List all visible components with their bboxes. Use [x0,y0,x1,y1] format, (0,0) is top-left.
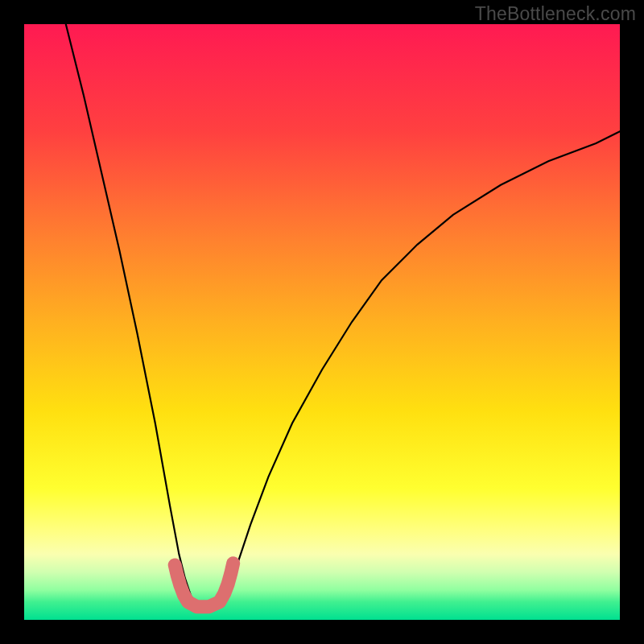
chart-frame: TheBottleneck.com [0,0,644,644]
curve-layer [24,24,620,620]
plot-area [24,24,620,620]
v-curve [66,24,620,608]
attribution-text: TheBottleneck.com [475,3,636,25]
